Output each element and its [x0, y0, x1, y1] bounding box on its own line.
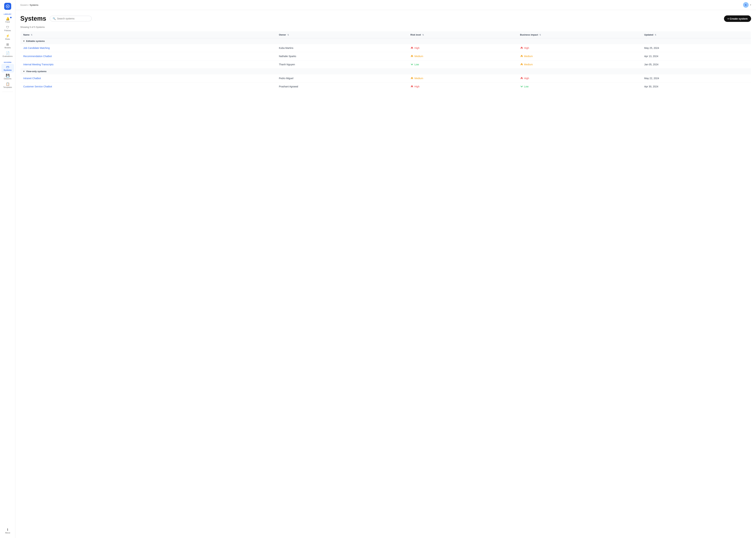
cell-risk: High: [407, 44, 517, 52]
system-link[interactable]: Internal Meeting Transcripts: [23, 63, 54, 66]
impact-value: High: [524, 77, 529, 80]
col-header-impact[interactable]: Business impact ⇅: [517, 31, 641, 38]
search-icon: 🔍: [53, 17, 56, 20]
section-label[interactable]: ▾ View-only systems: [21, 69, 751, 74]
sidebar-systems-label: Systems: [4, 69, 12, 71]
section-row-editable[interactable]: ▾ Editable systems: [21, 38, 751, 44]
sidebar-item-evaluations[interactable]: 📄 Evaluations: [1, 50, 14, 59]
col-header-name[interactable]: Name ⇅: [21, 31, 276, 38]
sidebar-item-models[interactable]: ⊞ Models: [1, 41, 14, 50]
feed-notification-dot: [10, 17, 12, 18]
cell-owner: Thanh Nguyen: [276, 60, 408, 69]
cell-impact: Medium: [517, 60, 641, 69]
page-header: Systems 🔍 + Create system: [20, 15, 751, 22]
breadcrumb-current: Systems: [30, 4, 38, 6]
sort-updated-icon[interactable]: ⇅: [655, 34, 656, 36]
cell-updated: Apr 30, 2024: [641, 82, 751, 91]
cell-name: Intranet Chatbot: [21, 74, 276, 82]
section-toggle-icon[interactable]: ▾: [23, 40, 24, 42]
risk-level-value: High: [414, 47, 419, 49]
sidebar-item-templates[interactable]: 📋 Templates: [1, 81, 14, 90]
cell-name: Customer Service Chatbot: [21, 82, 276, 91]
bell-icon: 🔔: [6, 17, 10, 20]
sidebar-about-label: About: [5, 532, 10, 534]
col-header-updated[interactable]: Updated ⇅: [641, 31, 751, 38]
table-row: Internal Meeting Transcripts Thanh Nguye…: [21, 60, 751, 69]
create-system-button[interactable]: + Create system: [724, 16, 751, 22]
cell-updated: May 22, 2024: [641, 74, 751, 82]
evaluations-icon: 📄: [6, 51, 10, 55]
topbar-right: K ▾: [743, 2, 751, 8]
sidebar-evaluations-label: Evaluations: [3, 55, 13, 57]
cell-owner: Kuba Martins: [276, 44, 408, 52]
cell-impact: High: [517, 44, 641, 52]
sort-impact-icon[interactable]: ⇅: [539, 34, 541, 36]
system-link[interactable]: Recommendation Chatbot: [23, 55, 52, 58]
sidebar-item-risks[interactable]: ⚡ Risks: [1, 33, 14, 41]
risks-icon: ⚡: [6, 34, 10, 37]
section-row-view-only[interactable]: ▾ View-only systems: [21, 69, 751, 74]
table-row: Customer Service Chatbot Prashant Agrawa…: [21, 82, 751, 91]
col-header-owner[interactable]: Owner ⇅: [276, 31, 408, 38]
cell-updated: Jan 05, 2024: [641, 60, 751, 69]
systems-icon: 🗃: [6, 65, 9, 69]
sidebar-models-label: Models: [5, 47, 11, 49]
sidebar-item-feed[interactable]: 🔔 Feed: [1, 16, 14, 24]
showing-count: Showing 5 of 5 Systems: [20, 26, 751, 28]
chevron-down-icon[interactable]: ▾: [750, 4, 751, 6]
sidebar-item-about[interactable]: ℹ About: [1, 527, 14, 535]
col-header-risk[interactable]: Risk level ⇅: [407, 31, 517, 38]
impact-value: Low: [524, 85, 529, 88]
sidebar-risks-label: Risks: [5, 38, 10, 40]
govern-label: GOVERN: [4, 62, 11, 63]
system-link[interactable]: Customer Service Chatbot: [23, 85, 52, 88]
table-row: Job Candidate Matching Kuba Martins High: [21, 44, 751, 52]
impact-value: Medium: [524, 63, 533, 66]
sidebar-templates-label: Templates: [3, 86, 12, 88]
sidebar: LIBRARY 🔔 Feed 🛡 Policies ⚡ Risks ⊞ Mode…: [0, 0, 16, 538]
main-content: Govern / Systems K ▾ Systems 🔍 + Create …: [16, 0, 756, 538]
cell-owner: Prashant Agrawal: [276, 82, 408, 91]
impact-value: High: [524, 47, 529, 49]
cell-risk: Medium: [407, 52, 517, 60]
cell-owner: Pedro Miguel: [276, 74, 408, 82]
topbar: Govern / Systems K ▾: [16, 0, 756, 10]
shield-icon: 🛡: [6, 26, 9, 29]
table-header-row: Name ⇅ Owner ⇅ Risk level ⇅ Business imp…: [21, 31, 751, 38]
sidebar-item-systems[interactable]: 🗃 Systems: [1, 64, 14, 73]
cell-updated: May 25, 2024: [641, 44, 751, 52]
templates-icon: 📋: [6, 82, 10, 86]
search-input[interactable]: [57, 17, 89, 20]
cell-impact: High: [517, 74, 641, 82]
table-row: Recommendation Chatbot Nathalie Sparks M…: [21, 52, 751, 60]
sidebar-item-policies[interactable]: 🛡 Policies: [1, 24, 14, 33]
impact-value: Medium: [524, 55, 533, 58]
avatar[interactable]: K: [743, 2, 749, 8]
sidebar-datasets-label: Datasets: [4, 78, 11, 80]
risk-level-value: Low: [414, 63, 419, 66]
breadcrumb-parent[interactable]: Govern: [20, 4, 28, 6]
cell-name: Recommendation Chatbot: [21, 52, 276, 60]
models-icon: ⊞: [6, 43, 9, 46]
risk-level-value: Medium: [414, 77, 423, 80]
cell-owner: Nathalie Sparks: [276, 52, 408, 60]
sort-owner-icon[interactable]: ⇅: [287, 34, 289, 36]
section-toggle-icon[interactable]: ▾: [23, 70, 24, 73]
datasets-icon: 💾: [6, 74, 10, 77]
system-link[interactable]: Job Candidate Matching: [23, 47, 50, 49]
sort-name-icon[interactable]: ⇅: [31, 34, 32, 36]
section-label[interactable]: ▾ Editable systems: [21, 38, 751, 44]
cell-updated: Apr 13, 2024: [641, 52, 751, 60]
cell-name: Job Candidate Matching: [21, 44, 276, 52]
sort-risk-icon[interactable]: ⇅: [422, 34, 424, 36]
sidebar-divider: [2, 92, 13, 92]
sidebar-item-datasets[interactable]: 💾 Datasets: [1, 73, 14, 81]
search-box[interactable]: 🔍: [50, 16, 92, 21]
systems-table: Name ⇅ Owner ⇅ Risk level ⇅ Business imp…: [20, 31, 751, 91]
app-logo[interactable]: [4, 3, 11, 10]
system-link[interactable]: Intranet Chatbot: [23, 77, 41, 80]
risk-level-value: High: [414, 85, 419, 88]
breadcrumb-separator: /: [28, 4, 29, 6]
cell-impact: Low: [517, 82, 641, 91]
table-row: Intranet Chatbot Pedro Miguel Medium: [21, 74, 751, 82]
